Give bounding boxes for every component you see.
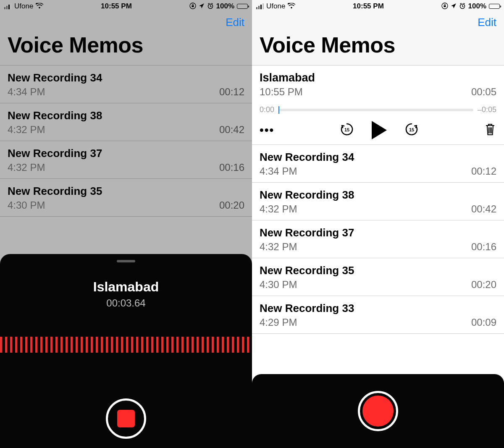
phone-right-playback: Ufone 10:55 PM 100% Edit Voice Memos [252,0,504,448]
memo-title: New Recording 33 [260,302,496,315]
memo-time: 10:55 PM [260,86,303,98]
location-icon [199,3,205,10]
drag-handle-icon[interactable] [117,260,135,262]
memo-time: 4:32 PM [8,124,45,136]
memo-time: 4:29 PM [260,317,297,328]
record-bar [252,374,504,448]
list-item[interactable]: New Recording 37 4:32 PM 00:16 [0,141,252,179]
memo-duration: 00:12 [219,86,244,98]
clock-time: 10:55 PM [353,2,384,10]
recording-name: Islamabad [93,279,159,295]
list-item[interactable]: New Recording 35 4:30 PM 00:20 [0,179,252,217]
alarm-icon [459,3,466,10]
scrub-time-right: –0:05 [478,105,496,114]
list-item[interactable]: New Recording 38 4:32 PM 00:42 [252,183,504,220]
clock-time: 10:55 PM [101,2,132,10]
memo-title: New Recording 38 [8,109,244,122]
signal-bars-icon [256,3,264,9]
delete-button[interactable] [484,122,496,138]
play-button[interactable] [372,121,387,139]
memo-duration: 00:16 [219,162,244,173]
memo-time: 4:32 PM [8,162,45,173]
svg-rect-1 [192,5,194,7]
memo-title: New Recording 35 [8,185,244,198]
page-title: Voice Memos [260,32,496,58]
list-item[interactable]: New Recording 34 4:34 PM 00:12 [252,145,504,183]
memo-title: New Recording 38 [260,189,496,202]
expanded-memo[interactable]: Islamabad 10:55 PM 00:05 0:00 –0:05 ••• … [252,65,504,145]
memo-time: 4:32 PM [260,241,297,253]
skip-back-15-button[interactable]: 15 [340,122,354,138]
status-bar: Ufone 10:55 PM 100% [252,0,504,13]
memo-time: 4:34 PM [260,165,297,177]
list-item[interactable]: New Recording 33 4:29 PM 00:09 [252,296,504,334]
nav-row: Edit [0,13,252,31]
scrub-time-left: 0:00 [260,105,274,114]
svg-text:15: 15 [344,127,349,132]
list-item[interactable]: New Recording 34 4:34 PM 00:12 [0,65,252,103]
memo-duration: 00:20 [219,199,244,211]
waveform-icon [0,337,252,353]
wifi-icon [288,3,295,10]
battery-percent: 100% [216,2,234,10]
memo-duration: 00:20 [471,279,496,291]
stop-icon [117,410,135,427]
svg-text:15: 15 [409,127,414,132]
signal-bars-icon [4,3,12,9]
scrub-track[interactable] [278,109,473,111]
memo-title: New Recording 37 [260,226,496,239]
list-item[interactable]: New Recording 38 4:32 PM 00:42 [0,103,252,141]
status-bar: Ufone 10:55 PM 100% [0,0,252,13]
orientation-lock-icon [189,3,196,10]
memo-time: 4:32 PM [260,203,297,215]
recording-sheet[interactable]: Islamabad 00:03.64 [0,254,252,448]
memo-duration: 00:12 [471,165,496,177]
memo-duration: 00:42 [219,124,244,136]
more-options-button[interactable]: ••• [260,123,274,137]
memo-duration: 00:09 [471,317,496,328]
memo-duration: 00:05 [471,86,496,98]
scrub-playhead-icon[interactable] [278,106,279,114]
playback-scrubber[interactable]: 0:00 –0:05 [260,105,496,114]
edit-button[interactable]: Edit [478,16,496,29]
header-area: Ufone 10:55 PM 100% Edit [0,0,252,65]
battery-percent: 100% [468,2,486,10]
alarm-icon [207,3,214,10]
skip-forward-15-button[interactable]: 15 [404,122,419,138]
carrier-label: Ufone [266,2,285,10]
wifi-icon [36,3,43,10]
nav-row: Edit [252,13,504,31]
memo-title: New Recording 34 [260,151,496,164]
record-button[interactable] [358,391,398,431]
memo-duration: 00:16 [471,241,496,253]
memo-time: 4:34 PM [8,86,45,98]
memo-title: New Recording 35 [260,264,496,277]
memo-time: 4:30 PM [260,279,297,291]
edit-button[interactable]: Edit [226,16,244,29]
memo-time: 4:30 PM [8,199,45,211]
list-item[interactable]: New Recording 37 4:32 PM 00:16 [252,220,504,258]
carrier-label: Ufone [14,2,33,10]
memo-title: New Recording 34 [8,71,244,84]
battery-icon [237,4,248,9]
page-title: Voice Memos [8,32,244,58]
svg-rect-4 [444,5,446,7]
memo-duration: 00:42 [471,203,496,215]
location-icon [451,3,457,10]
list-item[interactable]: New Recording 35 4:30 PM 00:20 [252,258,504,296]
recording-elapsed: 00:03.64 [106,297,145,309]
orientation-lock-icon [441,3,448,10]
stop-record-button[interactable] [106,398,146,439]
battery-icon [489,4,500,9]
record-icon [362,396,394,427]
memo-title: New Recording 37 [8,147,244,160]
memo-title: Islamabad [260,71,496,84]
phone-left-recording: Ufone 10:55 PM 100% Edit [0,0,252,448]
